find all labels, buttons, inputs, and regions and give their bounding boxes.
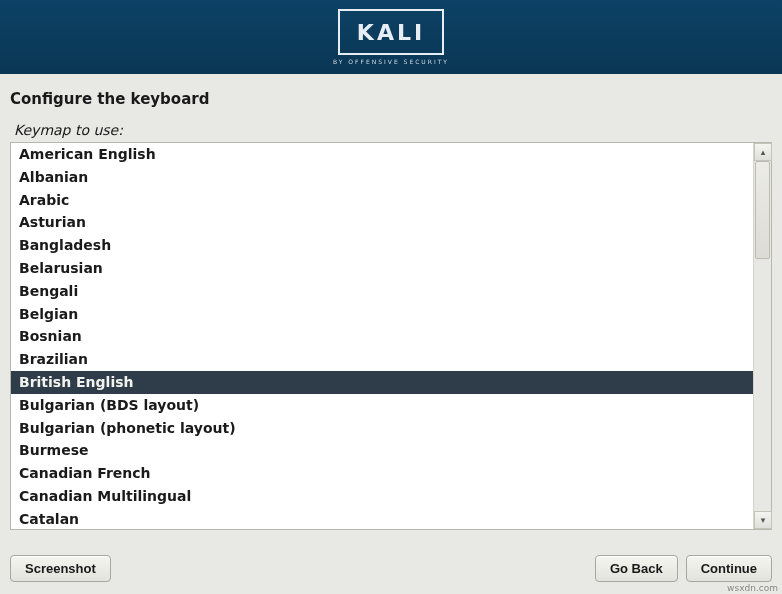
- brand-tagline: BY OFFENSIVE SECURITY: [333, 58, 449, 65]
- keymap-item[interactable]: Bosnian: [11, 325, 753, 348]
- scroll-up-icon[interactable]: ▴: [754, 143, 772, 161]
- page-title: Configure the keyboard: [0, 74, 782, 116]
- continue-button[interactable]: Continue: [686, 555, 772, 582]
- keymap-item[interactable]: Canadian French: [11, 462, 753, 485]
- scrollbar[interactable]: ▴ ▾: [753, 143, 771, 529]
- keymap-item[interactable]: British English: [11, 371, 753, 394]
- brand-text: KALI: [357, 20, 425, 45]
- keymap-item[interactable]: Bulgarian (phonetic layout): [11, 417, 753, 440]
- keymap-label: Keymap to use:: [10, 116, 772, 142]
- scroll-down-icon[interactable]: ▾: [754, 511, 772, 529]
- keymap-item[interactable]: Belgian: [11, 303, 753, 326]
- keymap-item[interactable]: Belarusian: [11, 257, 753, 280]
- keymap-item[interactable]: Catalan: [11, 508, 753, 529]
- keymap-item[interactable]: Brazilian: [11, 348, 753, 371]
- keymap-item[interactable]: Bulgarian (BDS layout): [11, 394, 753, 417]
- watermark: wsxdn.com: [727, 583, 778, 593]
- keymap-listbox-wrapper: American EnglishAlbanianArabicAsturianBa…: [10, 142, 772, 530]
- keymap-item[interactable]: Bangladesh: [11, 234, 753, 257]
- go-back-button[interactable]: Go Back: [595, 555, 678, 582]
- keymap-listbox[interactable]: American EnglishAlbanianArabicAsturianBa…: [11, 143, 753, 529]
- keymap-item[interactable]: Bengali: [11, 280, 753, 303]
- screenshot-button[interactable]: Screenshot: [10, 555, 111, 582]
- content: Keymap to use: American EnglishAlbanianA…: [0, 116, 782, 530]
- keymap-item[interactable]: Canadian Multilingual: [11, 485, 753, 508]
- right-buttons: Go Back Continue: [595, 555, 772, 582]
- keymap-item[interactable]: Asturian: [11, 211, 753, 234]
- keymap-item[interactable]: Arabic: [11, 189, 753, 212]
- scroll-thumb[interactable]: [755, 161, 770, 259]
- button-bar: Screenshot Go Back Continue: [10, 555, 772, 582]
- keymap-item[interactable]: Albanian: [11, 166, 753, 189]
- logo: KALI BY OFFENSIVE SECURITY: [333, 9, 449, 65]
- brand-mark: KALI: [338, 9, 444, 55]
- banner: KALI BY OFFENSIVE SECURITY: [0, 0, 782, 74]
- keymap-item[interactable]: Burmese: [11, 439, 753, 462]
- keymap-item[interactable]: American English: [11, 143, 753, 166]
